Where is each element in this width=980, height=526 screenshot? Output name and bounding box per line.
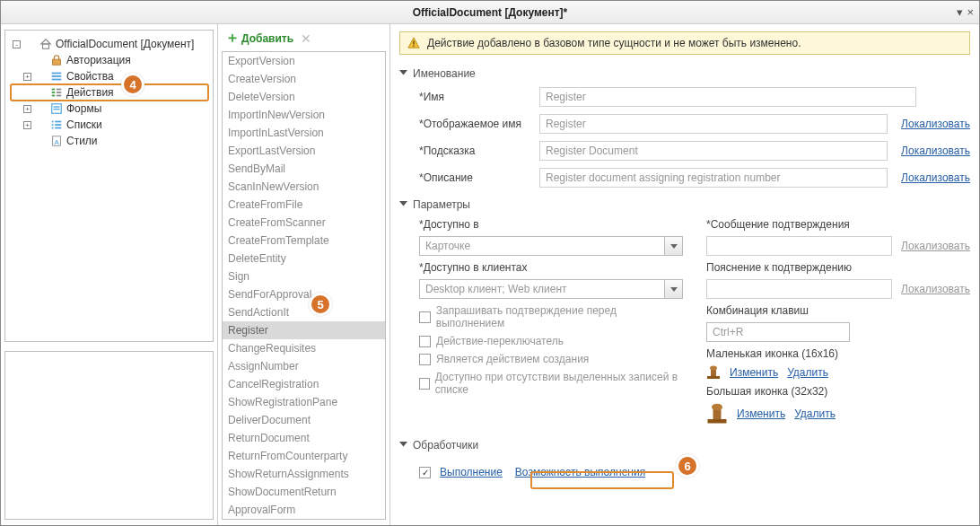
svg-rect-16 [55, 121, 61, 123]
list-item[interactable]: ReturnDocument [223, 429, 385, 447]
ask-confirm-checkbox[interactable] [419, 311, 431, 323]
list-item[interactable]: ImportInNewVersion [223, 106, 385, 124]
available-in-select[interactable]: Карточке [419, 236, 683, 256]
toggle-action-checkbox[interactable] [419, 336, 431, 347]
label-big-icon: Большая иконка (32x32) [706, 385, 970, 398]
tree-label: Формы [65, 102, 103, 115]
list-item[interactable]: SendByMail [223, 160, 385, 178]
house-icon [39, 38, 52, 50]
localize-confirm-desc: Локализовать [901, 283, 970, 295]
plus-icon: ＋ [225, 32, 238, 45]
svg-rect-3 [52, 73, 62, 75]
dropdown-button[interactable] [664, 237, 682, 255]
name-input[interactable] [539, 87, 916, 107]
delete-small-icon[interactable]: Удалить [787, 366, 828, 379]
delete-big-icon[interactable]: Удалить [794, 408, 836, 420]
localize-display-name[interactable]: Локализовать [901, 118, 970, 130]
tree-node[interactable]: +Формы [9, 101, 209, 117]
list-item[interactable]: ExportLastVersion [223, 142, 385, 160]
entity-tree: -OfficialDocument [Документ]Авторизация+… [4, 30, 214, 342]
gear-icon [50, 86, 63, 99]
list-item[interactable]: DeleteVersion [223, 88, 385, 106]
label-available-clients: *Доступно в клиентах [419, 261, 683, 274]
available-clients-select[interactable]: Desktop клиент; Web клиент [419, 279, 683, 299]
list-item[interactable]: DeliverDocument [223, 411, 385, 429]
list-item[interactable]: ShowReturnAssignments [223, 465, 385, 483]
list-item[interactable]: ExportVersion [223, 52, 385, 70]
list-item[interactable]: CreateFromFile [223, 196, 385, 214]
list-item[interactable]: SendForApproval [223, 285, 385, 303]
svg-rect-11 [57, 95, 61, 97]
window-title: OfficialDocument [Документ]* [413, 6, 568, 19]
localize-hint[interactable]: Локализовать [901, 145, 970, 157]
tree-label: OfficialDocument [Документ] [54, 38, 196, 50]
change-big-icon[interactable]: Изменить [737, 408, 785, 420]
list-item[interactable]: ReturnFromCounterparty [223, 447, 385, 465]
can-execute-handler-link[interactable]: Возможность выполнения [512, 464, 649, 480]
close-button[interactable]: × [967, 5, 974, 19]
delete-action-button[interactable]: ✕ [301, 31, 311, 46]
list-item[interactable]: DeleteEntity [223, 250, 385, 267]
tree-expander[interactable]: + [23, 105, 31, 113]
section-handlers[interactable]: Обработчики [399, 439, 970, 451]
minimize-button[interactable]: ▾ [957, 5, 963, 19]
svg-rect-5 [52, 79, 62, 81]
execute-checkbox[interactable] [419, 467, 431, 478]
add-action-button[interactable]: ＋ Добавить [225, 32, 293, 45]
display-name-input[interactable] [539, 114, 888, 134]
tree-node[interactable]: +Свойства [9, 68, 209, 84]
svg-rect-6 [52, 89, 56, 91]
tree-preview-box [4, 351, 214, 520]
list-item[interactable]: ApprovalForm [223, 501, 385, 519]
list-item[interactable]: CreateFromTemplate [223, 232, 385, 250]
hint-input[interactable] [539, 141, 888, 161]
section-params[interactable]: Параметры [399, 198, 970, 211]
localize-description[interactable]: Локализовать [901, 171, 970, 184]
svg-marker-36 [399, 442, 407, 446]
avail-no-selection-checkbox[interactable] [419, 378, 430, 390]
tree-label: Стили [65, 135, 100, 147]
list-item[interactable]: ImportInLastVersion [223, 124, 385, 142]
tree-node[interactable]: -OfficialDocument [Документ] [9, 36, 209, 52]
section-naming[interactable]: Именование [399, 67, 970, 80]
label-shortcut: Комбинация клавиш [706, 304, 970, 317]
svg-rect-2 [53, 59, 61, 65]
dropdown-button[interactable] [664, 280, 682, 298]
list-item[interactable]: CreateVersion [223, 70, 385, 88]
label-confirm-msg: *Сообщение подтверждения [706, 218, 970, 231]
actions-list[interactable]: ExportVersionCreateVersionDeleteVersionI… [222, 51, 386, 520]
chevron-down-icon [399, 201, 407, 209]
list-item[interactable]: ShowRegistrationPane [223, 393, 385, 411]
label-confirm-desc: Пояснение к подтверждению [706, 261, 970, 274]
tree-node[interactable]: AСтили [9, 133, 209, 149]
list-item[interactable]: CreateFromScanner [223, 214, 385, 232]
list-item[interactable]: Register [223, 321, 385, 339]
tree-label: Свойства [65, 70, 116, 83]
shortcut-input[interactable]: Ctrl+R [706, 322, 850, 342]
change-small-icon[interactable]: Изменить [730, 366, 778, 379]
list-item[interactable]: ScanInNewVersion [223, 178, 385, 196]
tree-expander[interactable]: + [23, 121, 31, 129]
confirm-msg-input[interactable] [706, 236, 892, 256]
tree-node[interactable]: +Списки [9, 117, 209, 133]
tree-expander[interactable]: - [13, 40, 21, 48]
label-hint: *Подсказка [419, 145, 539, 157]
tree-expander[interactable]: + [23, 73, 31, 81]
label-description: *Описание [419, 171, 539, 184]
list-item[interactable]: SendActionIt [223, 303, 385, 321]
tree-node[interactable]: Авторизация [9, 52, 209, 68]
svg-rect-7 [57, 89, 61, 91]
list-item[interactable]: AssignNumber [223, 357, 385, 375]
tree-node[interactable]: Действия [9, 84, 209, 101]
list-item[interactable]: Sign [223, 267, 385, 285]
execute-handler-link[interactable]: Выполнение [440, 466, 503, 478]
label-name: *Имя [419, 91, 539, 103]
list-item[interactable]: ShowDocumentReturn [223, 483, 385, 501]
description-input[interactable] [539, 168, 888, 188]
list-item[interactable]: ChangeRequisites [223, 339, 385, 357]
confirm-desc-input[interactable] [706, 279, 892, 299]
list-item[interactable]: SendForFreeApproval [223, 519, 385, 520]
list-item[interactable]: CancelRegistration [223, 375, 385, 393]
svg-rect-13 [54, 106, 60, 107]
is-create-action-checkbox[interactable] [419, 354, 431, 365]
